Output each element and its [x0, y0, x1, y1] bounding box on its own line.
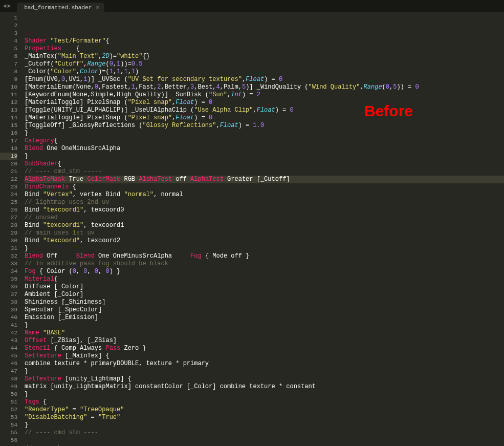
code-line[interactable]: Material{	[25, 275, 504, 283]
code-line[interactable]: [MaterialEnum(None,0,Fastest,1,Fast,2,Be…	[25, 83, 504, 91]
line-number: 37	[0, 291, 17, 299]
code-line[interactable]: _MainTex("Main Text",2D)="white"{}	[25, 53, 504, 60]
code-line[interactable]: }	[25, 368, 504, 375]
line-number: 50	[0, 391, 17, 398]
line-number: 15	[0, 122, 17, 130]
code-line[interactable]: [MaterialToggle] PixelSnap ("Pixel snap"…	[25, 99, 504, 107]
line-number: 38	[0, 299, 17, 306]
line-number: 1	[0, 14, 17, 22]
line-number: 27	[0, 214, 17, 222]
code-line[interactable]: SubShader{	[25, 160, 504, 168]
line-number: 47	[0, 368, 17, 375]
code-line[interactable]: "DisableBatching" = "True"	[25, 414, 504, 421]
nav-back-icon[interactable]: ◄	[3, 3, 7, 9]
code-line[interactable]: Diffuse [_Color]	[25, 283, 504, 291]
close-icon[interactable]: ×	[96, 5, 99, 11]
code-line[interactable]: matrix [unity_LightmapMatrix] constantCo…	[25, 383, 504, 391]
code-line[interactable]: }	[25, 391, 504, 398]
code-line[interactable]: Emission [_Emission]	[25, 314, 504, 322]
line-number: 6	[0, 53, 17, 60]
line-number: 19	[0, 153, 17, 160]
line-number: 3	[0, 30, 17, 37]
code-line[interactable]: Specular [_SpecColor]	[25, 306, 504, 314]
code-line[interactable]: [Enum(UV0,0,UV1,1)] _UVSec ("UV Set for …	[25, 76, 504, 83]
line-number: 49	[0, 383, 17, 391]
code-line[interactable]: Bind "Vertex", vertex Bind "normal", nor…	[25, 191, 504, 199]
code-area[interactable]: Before Shader "Test/Formater"{Properties…	[23, 12, 504, 446]
tab-title: bad_formatted.shader	[24, 5, 92, 11]
code-line[interactable]: SetTexture [unity_Lightmap] {	[25, 375, 504, 383]
code-line[interactable]: combine texture * primaryDOUBLE, texture…	[25, 360, 504, 368]
line-number: 13	[0, 107, 17, 114]
line-number: 40	[0, 314, 17, 322]
code-line[interactable]: // unused	[25, 214, 504, 222]
code-line[interactable]: Bind "texcoord", texcoord2	[25, 237, 504, 245]
code-line[interactable]: Ambient [_Color]	[25, 291, 504, 299]
line-number: 30	[0, 237, 17, 245]
code-line[interactable]: // main uses 1st uv	[25, 229, 504, 237]
line-number: 10	[0, 83, 17, 91]
line-number: 52	[0, 406, 17, 414]
code-line[interactable]: "RenderType" = "TreeOpaque"	[25, 406, 504, 414]
code-line[interactable]: [Toggle(UNITY_UI_ALPHACLIP)] _UseUIAlpha…	[25, 107, 504, 114]
line-number: 21	[0, 168, 17, 176]
line-number: 53	[0, 414, 17, 421]
code-line[interactable]: // in additive pass fog should be black	[25, 260, 504, 268]
editor: 1234567891011121314151617181920212223242…	[0, 12, 504, 446]
line-number: 9	[0, 76, 17, 83]
code-line[interactable]: }	[25, 421, 504, 429]
code-line[interactable]: Blend Off Blend One OneMinusSrcAlpha Fog…	[25, 252, 504, 260]
code-line[interactable]: SetTexture [_MainTex] {	[25, 352, 504, 360]
line-number: 39	[0, 306, 17, 314]
code-line[interactable]: // ---- cmd_stm -----	[25, 168, 504, 176]
code-line[interactable]: BindChannels {	[25, 183, 504, 191]
titlebar: ◄ ► bad_formatted.shader ×	[0, 0, 504, 12]
line-number: 45	[0, 352, 17, 360]
tab-active[interactable]: bad_formatted.shader ×	[17, 3, 104, 12]
code-line[interactable]: // lightmap uses 2nd uv	[25, 199, 504, 206]
code-line[interactable]: Offset [_ZBias], [_ZBias]	[25, 337, 504, 345]
code-line[interactable]: Fog { Color (0, 0, 0, 0) }	[25, 268, 504, 275]
code-line[interactable]: Bind "texcoord1", texcoord1	[25, 222, 504, 229]
code-line[interactable]: }	[25, 153, 504, 160]
code-line[interactable]: [MaterialToggle] PixelSnap ("Pixel snap"…	[25, 114, 504, 122]
code-line[interactable]: }	[25, 322, 504, 329]
line-number: 4	[0, 37, 17, 45]
line-number: 26	[0, 206, 17, 214]
code-line[interactable]: Properties {	[25, 45, 504, 53]
line-number: 7	[0, 60, 17, 68]
line-number: 8	[0, 68, 17, 76]
code-line[interactable]: Category{	[25, 137, 504, 145]
line-number: 34	[0, 268, 17, 275]
line-number: 55	[0, 429, 17, 437]
code-line[interactable]: _Cutoff("Cutoff",Range(0,1))=0.5	[25, 60, 504, 68]
code-line[interactable]: Bind "texcoord1", texcoord0	[25, 206, 504, 214]
line-number: 54	[0, 421, 17, 429]
code-line[interactable]	[25, 437, 504, 444]
code-line[interactable]: [ToggleOff] _GlossyReflections ("Glossy …	[25, 122, 504, 130]
line-number: 35	[0, 275, 17, 283]
line-number: 22	[0, 176, 17, 183]
line-number: 12	[0, 99, 17, 107]
code-line[interactable]: }	[25, 245, 504, 252]
code-line[interactable]: Name "BASE"	[25, 329, 504, 337]
line-number: 11	[0, 91, 17, 99]
line-number: 56	[0, 437, 17, 444]
line-number: 2	[0, 22, 17, 30]
code-line[interactable]: Stencil { Comp Always Pass Zero }	[25, 345, 504, 352]
code-line[interactable]: Shader "Test/Formater"{	[25, 37, 504, 45]
line-number: 29	[0, 229, 17, 237]
line-number: 24	[0, 191, 17, 199]
line-number: 48	[0, 375, 17, 383]
code-line[interactable]: Tags {	[25, 398, 504, 406]
line-number: 31	[0, 245, 17, 252]
nav-forward-icon[interactable]: ►	[8, 3, 11, 9]
code-line[interactable]: Shininess [_Shininess]	[25, 299, 504, 306]
code-line[interactable]: [KeywordEnum(None,Simple,High Quality)] …	[25, 91, 504, 99]
code-line[interactable]: AlphaToMask True ColorMask RGB AlphaTest…	[25, 176, 504, 183]
code-line[interactable]: }	[25, 130, 504, 137]
code-line[interactable]: Blend One OneMinusSrcAlpha	[25, 145, 504, 153]
code-line[interactable]: _Color("Color",Color)=(1,1,1,1)	[25, 68, 504, 76]
line-number: 14	[0, 114, 17, 122]
code-line[interactable]: // ---- cmd_stm ----	[25, 429, 504, 437]
